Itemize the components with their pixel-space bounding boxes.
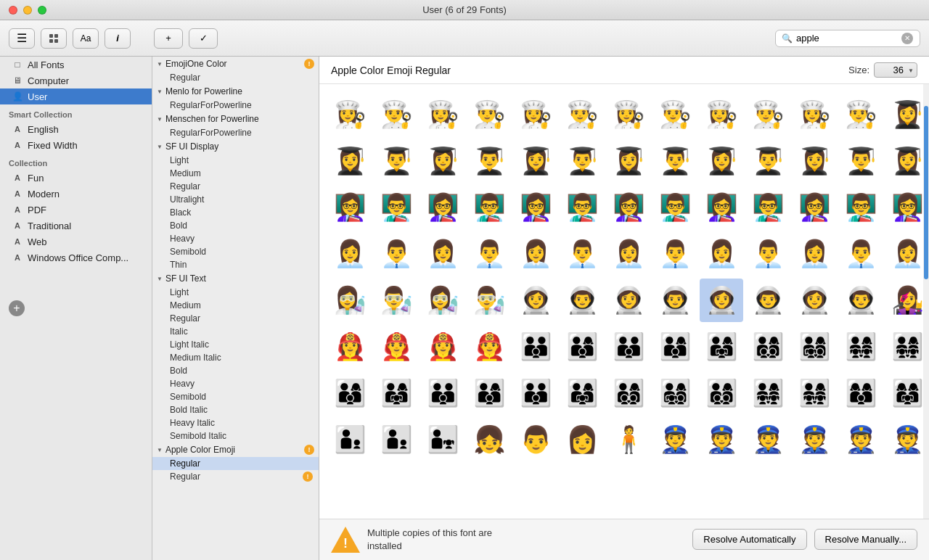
emoji-cell[interactable]: 👩‍🎓: [885, 139, 929, 183]
font-item-sfui-light[interactable]: Light: [152, 154, 319, 167]
font-item-sfuitext-italic[interactable]: Italic: [152, 325, 319, 338]
emoji-cell[interactable]: 👩‍🏫: [328, 186, 372, 229]
font-item-sfuitext-bold[interactable]: Bold: [152, 364, 319, 377]
emoji-cell[interactable]: 👪: [514, 325, 557, 368]
resolve-auto-button[interactable]: Resolve Automatically: [692, 529, 806, 550]
sidebar-item-pdf[interactable]: A PDF: [0, 202, 152, 218]
emoji-cell[interactable]: 👩‍🚀: [607, 279, 650, 322]
emoji-cell[interactable]: 👩‍🚀: [700, 279, 743, 322]
emoji-cell[interactable]: 👩‍🎓: [793, 139, 836, 183]
emoji-cell[interactable]: 👨‍👩‍👧‍👧: [885, 325, 929, 368]
emoji-cell[interactable]: 👨‍🍳: [375, 93, 418, 136]
emoji-cell[interactable]: 👨‍🏫: [746, 186, 790, 229]
emoji-cell[interactable]: 👮: [746, 418, 790, 461]
emoji-cell[interactable]: 👩‍🍳: [421, 93, 464, 136]
sidebar-item-windows-office[interactable]: A Windows Office Comp...: [0, 250, 152, 265]
font-item-sfuitext-bolditalic[interactable]: Bold Italic: [152, 403, 319, 416]
info-button[interactable]: i: [105, 28, 131, 49]
emoji-cell[interactable]: 👨‍🚀: [746, 279, 790, 322]
emoji-cell[interactable]: 👩‍👩‍👦: [839, 371, 883, 415]
emoji-cell[interactable]: 👩‍🎓: [700, 139, 743, 183]
resolve-manual-button[interactable]: Resolve Manually...: [814, 529, 917, 550]
emoji-cell[interactable]: 👨‍🚒: [467, 325, 511, 368]
emoji-cell[interactable]: 👨‍🏫: [560, 186, 604, 229]
font-item-sfui-medium[interactable]: Medium: [152, 167, 319, 180]
emoji-cell[interactable]: 👮: [700, 418, 743, 461]
font-group-menschen[interactable]: ▼ Menschen for Powerline: [152, 112, 319, 126]
emoji-cell[interactable]: 👨‍🏫: [653, 186, 697, 229]
emoji-cell[interactable]: 👩‍🍳: [514, 93, 557, 136]
emoji-cell[interactable]: 👩‍🍳: [793, 93, 836, 136]
emoji-cell[interactable]: 👨‍💼: [467, 232, 511, 276]
emoji-cell[interactable]: 👨‍👩‍👦‍👦: [746, 325, 790, 368]
emoji-cell[interactable]: 👨‍🔬: [375, 279, 418, 322]
emoji-cell[interactable]: 👨‍🚀: [839, 279, 883, 322]
font-item-sfui-black[interactable]: Black: [152, 206, 319, 219]
font-item-sfuitext-regular[interactable]: Regular: [152, 312, 319, 325]
grid-view-button[interactable]: [41, 28, 67, 49]
font-item-sfuitext-medium[interactable]: Medium: [152, 299, 319, 312]
emoji-cell[interactable]: 👨‍💼: [560, 232, 604, 276]
validate-button[interactable]: ✓: [189, 28, 218, 49]
font-item-sfuitext-heavy[interactable]: Heavy: [152, 377, 319, 390]
emoji-cell[interactable]: 👩‍🎓: [514, 139, 557, 183]
emoji-cell[interactable]: 👨‍👩‍👧‍👦: [793, 325, 836, 368]
sidebar-item-web[interactable]: A Web: [0, 234, 152, 250]
emoji-cell[interactable]: 👨‍🚒: [375, 325, 418, 368]
emoji-cell[interactable]: 👩‍🚀: [793, 279, 836, 322]
emoji-cell[interactable]: 👩‍🏫: [793, 186, 836, 229]
emoji-cell[interactable]: 👪: [421, 371, 464, 415]
emoji-cell[interactable]: 👨‍👩‍👧‍👧: [793, 371, 836, 415]
emoji-cell[interactable]: 👨‍👩‍👧‍👧: [746, 371, 790, 415]
emoji-cell[interactable]: 👨‍👩‍👧: [700, 325, 743, 368]
emoji-cell[interactable]: 👨‍👩‍👦: [653, 325, 697, 368]
emoji-cell[interactable]: 👩‍🏫: [885, 186, 929, 229]
emoji-cell[interactable]: 🧍: [607, 418, 650, 461]
sidebar-item-traditional[interactable]: A Traditional: [0, 218, 152, 234]
font-group-menlo[interactable]: ▼ Menlo for Powerline: [152, 84, 319, 99]
font-item-sfui-regular[interactable]: Regular: [152, 180, 319, 193]
font-item-emojione-regular[interactable]: Regular: [152, 71, 319, 84]
emoji-cell[interactable]: 👨‍💼: [653, 232, 697, 276]
emoji-cell[interactable]: 👩‍🎓: [607, 139, 650, 183]
font-item-sfuitext-heavyitalic[interactable]: Heavy Italic: [152, 416, 319, 429]
emoji-cell[interactable]: 👩‍🍳: [607, 93, 650, 136]
sidebar-item-fun[interactable]: A Fun: [0, 170, 152, 186]
sidebar-item-computer[interactable]: 🖥 Computer: [0, 73, 152, 88]
font-item-sfui-ultralight[interactable]: Ultralight: [152, 193, 319, 206]
font-item-sfui-heavy[interactable]: Heavy: [152, 232, 319, 245]
sidebar-item-fixed-width[interactable]: A Fixed Width: [0, 137, 152, 153]
close-button[interactable]: [9, 6, 17, 15]
emoji-cell[interactable]: 👨‍👩‍👦: [560, 325, 604, 368]
sidebar-item-all-fonts[interactable]: □ All Fonts: [0, 57, 152, 73]
font-group-apple-emoji[interactable]: ▼ Apple Color Emoji !: [152, 442, 319, 457]
emoji-cell[interactable]: 👨‍🎓: [375, 139, 418, 183]
emoji-cell[interactable]: 👪: [607, 325, 650, 368]
emoji-cell[interactable]: 👨‍🎓: [839, 139, 883, 183]
emoji-cell[interactable]: 👨‍🏫: [467, 186, 511, 229]
emoji-cell[interactable]: 👮: [793, 418, 836, 461]
search-clear-button[interactable]: ✕: [901, 33, 913, 44]
add-font-button[interactable]: +: [154, 28, 183, 49]
emoji-cell[interactable]: 👩‍💼: [700, 232, 743, 276]
emoji-cell[interactable]: 👩‍🎤: [885, 279, 929, 322]
font-group-sfui-display[interactable]: ▼ SF UI Display: [152, 139, 319, 154]
emoji-cell[interactable]: 👩‍🎓: [328, 139, 372, 183]
emoji-cell[interactable]: 👩‍🔬: [328, 279, 372, 322]
font-item-sfui-thin[interactable]: Thin: [152, 258, 319, 271]
emoji-cell[interactable]: 👩‍🏫: [514, 186, 557, 229]
emoji-cell[interactable]: 👨‍👦: [375, 418, 418, 461]
font-item-sfuitext-light[interactable]: Light: [152, 286, 319, 299]
sidebar-toggle-button[interactable]: ☰: [9, 28, 35, 49]
emoji-cell[interactable]: 👩‍💼: [514, 232, 557, 276]
emoji-cell[interactable]: 👨: [514, 418, 557, 461]
emoji-cell[interactable]: 👪: [514, 371, 557, 415]
emoji-cell[interactable]: 👩‍🚒: [328, 325, 372, 368]
emoji-cell[interactable]: 👨‍💼: [375, 232, 418, 276]
emoji-cell[interactable]: 👨‍🍳: [653, 93, 697, 136]
emoji-cell[interactable]: 👩‍💼: [793, 232, 836, 276]
emoji-cell[interactable]: 👨‍🔬: [467, 279, 511, 322]
sidebar-item-english[interactable]: A English: [0, 121, 152, 137]
font-item-appleemoji-regular2[interactable]: Regular !: [152, 470, 319, 483]
emoji-cell[interactable]: 👧: [467, 418, 511, 461]
